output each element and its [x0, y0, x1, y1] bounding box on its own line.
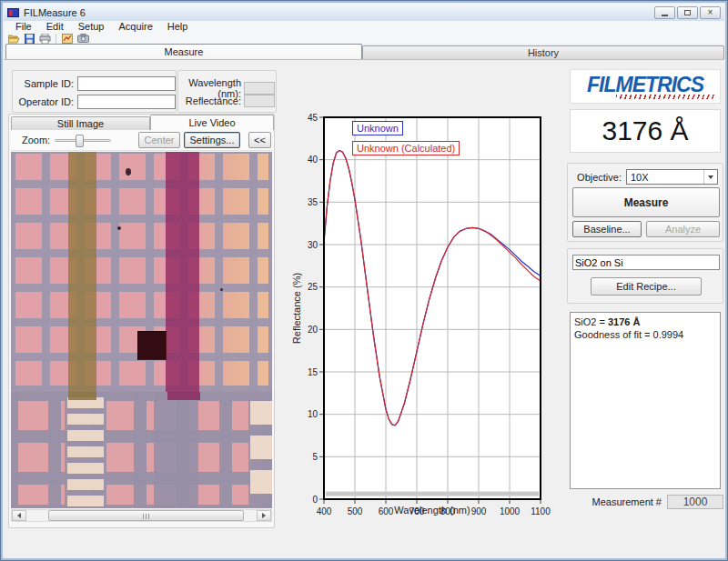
edit-recipe-button[interactable]: Edit Recipe...	[591, 277, 702, 296]
title-bar[interactable]: FILMeasure 6 ×	[4, 4, 724, 21]
measure-tab-content: Sample ID: Operator ID: Wavelength (nm):…	[4, 59, 724, 557]
operator-id-input[interactable]	[77, 95, 176, 109]
tab-live-video[interactable]: Live Video	[150, 115, 274, 130]
center-button[interactable]: Center	[138, 132, 180, 148]
svg-text:40: 40	[308, 155, 318, 165]
svg-text:500: 500	[348, 506, 363, 516]
snapshot-icon[interactable]	[76, 33, 89, 44]
restore-button[interactable]	[677, 6, 698, 19]
measurement-number-field[interactable]	[667, 495, 723, 509]
sample-id-label: Sample ID:	[17, 78, 74, 89]
results-box: SiO2 = 3176 Å Goodness of fit = 0.9994	[570, 312, 721, 489]
app-window: FILMeasure 6 × File Edit Setup Acquire H…	[0, 0, 728, 561]
scrollbar-thumb[interactable]	[48, 510, 244, 521]
toolbar-separator	[56, 34, 56, 44]
tab-measure[interactable]: Measure	[5, 44, 362, 59]
measure-button[interactable]: Measure	[572, 187, 720, 217]
spot-readout-group: Wavelength (nm): Reflectance:	[177, 70, 277, 113]
svg-text:15: 15	[308, 367, 318, 377]
svg-text:5: 5	[312, 452, 318, 462]
close-icon: ×	[708, 8, 713, 17]
analyze-button[interactable]: Analyze	[646, 221, 720, 237]
wafer-stripe-magenta	[166, 152, 199, 392]
menu-bar: File Edit Setup Acquire Help	[4, 21, 724, 33]
objective-label: Objective:	[574, 172, 622, 183]
svg-text:600: 600	[379, 506, 394, 516]
acquire-baseline-icon[interactable]	[61, 33, 74, 44]
svg-text:900: 900	[471, 506, 487, 516]
filmetrics-logo: FILMETRICS	[570, 69, 721, 104]
minimize-icon	[662, 15, 668, 16]
wafer-grid-upper	[11, 152, 272, 392]
result-thickness-value: 3176 Å	[608, 316, 640, 327]
menu-edit[interactable]: Edit	[40, 21, 70, 33]
chart-plot: 4005006007008009001000110005101520253035…	[290, 110, 560, 548]
recipe-input[interactable]	[572, 255, 720, 270]
baseline-button[interactable]: Baseline...	[572, 221, 642, 237]
close-button[interactable]: ×	[700, 6, 721, 19]
legend-measured: Unknown	[352, 121, 403, 135]
camera-panel: Still Image Live Video Zoom: Center Sett…	[8, 114, 275, 528]
scroll-right-button[interactable]	[257, 510, 271, 521]
zoom-slider-thumb[interactable]	[76, 135, 84, 147]
reflectance-field	[244, 95, 275, 107]
logo-hatch-marks	[616, 95, 714, 99]
minimize-button[interactable]	[654, 6, 675, 19]
result-line-2: Goodness of fit = 0.9994	[574, 328, 716, 341]
wafer-stripe-olive	[68, 152, 96, 392]
svg-text:20: 20	[308, 325, 318, 335]
menu-file[interactable]: File	[9, 21, 38, 33]
measurement-number-label: Measurement #	[592, 496, 662, 507]
window-title: FILMeasure 6	[24, 7, 86, 18]
tab-history[interactable]: History	[362, 45, 724, 59]
svg-text:1000: 1000	[500, 506, 521, 516]
print-icon[interactable]	[38, 33, 51, 44]
objective-dropdown[interactable]: 10X	[626, 169, 718, 185]
settings-button[interactable]: Settings...	[184, 132, 240, 148]
svg-text:30: 30	[308, 240, 318, 250]
thickness-value: 3176 Å	[602, 115, 688, 146]
wafer-grid-lower	[11, 392, 272, 508]
zoom-label: Zoom:	[22, 135, 50, 145]
svg-text:35: 35	[308, 197, 318, 207]
app-icon	[7, 8, 19, 17]
measurement-number-row: Measurement #	[567, 494, 723, 509]
collapse-panel-button[interactable]: <<	[248, 132, 271, 148]
restore-icon	[684, 10, 691, 15]
scroll-left-button[interactable]	[12, 510, 26, 521]
main-tab-strip: Measure History	[4, 44, 724, 59]
sample-id-input[interactable]	[77, 76, 176, 91]
toolbar	[4, 33, 724, 44]
thickness-readout: 3176 Å	[570, 109, 721, 153]
dropdown-arrow-icon	[703, 170, 717, 184]
test-structure	[67, 397, 104, 506]
reflectance-label: Reflectance:	[181, 95, 241, 106]
live-video-image[interactable]	[11, 152, 272, 508]
svg-text:400: 400	[317, 506, 332, 516]
menu-help[interactable]: Help	[161, 21, 195, 33]
menu-acquire[interactable]: Acquire	[112, 21, 158, 33]
open-file-icon[interactable]	[7, 33, 20, 44]
svg-text:45: 45	[308, 113, 318, 123]
svg-text:Reflectance (%): Reflectance (%)	[291, 273, 302, 344]
svg-text:1100: 1100	[531, 506, 551, 516]
tab-still-image[interactable]: Still Image	[11, 116, 150, 130]
result-line-1: SiO2 = 3176 Å	[574, 316, 716, 328]
svg-text:0: 0	[312, 495, 318, 505]
save-icon[interactable]	[23, 33, 35, 44]
reflectance-chart: 4005006007008009001000110005101520253035…	[290, 110, 560, 548]
measurement-spot	[137, 331, 167, 360]
svg-text:25: 25	[308, 282, 318, 292]
wavelength-field	[244, 82, 275, 95]
objective-value: 10X	[631, 172, 649, 183]
svg-text:Wavelength (nm): Wavelength (nm)	[394, 505, 470, 516]
operator-id-label: Operator ID:	[17, 96, 74, 107]
scroll-right-icon	[262, 513, 266, 518]
sample-id-group: Sample ID: Operator ID:	[12, 70, 177, 113]
legend-calculated: Unknown (Calculated)	[352, 141, 460, 155]
svg-text:10: 10	[308, 409, 318, 419]
zoom-slider[interactable]	[55, 139, 111, 142]
menu-setup[interactable]: Setup	[72, 21, 111, 33]
video-controls: Zoom: Center Settings... <<	[11, 130, 272, 151]
image-horizontal-scrollbar[interactable]	[11, 509, 272, 522]
